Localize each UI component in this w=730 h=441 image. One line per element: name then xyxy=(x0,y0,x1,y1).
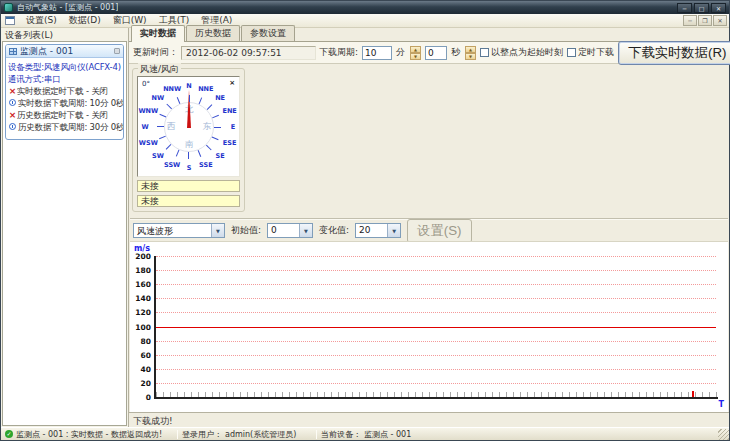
menu-item[interactable]: 数据(D) xyxy=(63,13,107,28)
download-status-strip: 下载成功! xyxy=(129,412,729,427)
wind-compass: 0° × 北 南 西 东 NNNENEENEEESESESSESSSWSWWSW… xyxy=(137,76,240,177)
waveform-select[interactable]: 风速波形 ▼ xyxy=(133,223,225,238)
device-info-row: ×历史数据定时下载 - 关闭 xyxy=(8,109,121,121)
menu-item[interactable]: 设置(S) xyxy=(20,13,63,28)
gridline-120 xyxy=(156,312,716,313)
tab[interactable]: 历史数据 xyxy=(186,25,240,41)
initial-value-select[interactable]: 0 ▼ xyxy=(267,223,313,238)
compass-point-ESE: ESE xyxy=(223,139,237,146)
timed-download-checkbox[interactable] xyxy=(567,48,576,57)
initial-value-label: 初始值: xyxy=(231,224,261,237)
minutes-spinner[interactable]: ▲▼ xyxy=(410,46,421,60)
compass-tick xyxy=(166,104,172,110)
chevron-down-icon[interactable]: ▼ xyxy=(387,224,400,237)
compass-point-SSE: SSE xyxy=(199,161,213,168)
y-tick-label: 40 xyxy=(141,364,151,373)
chart-controls: 风速波形 ▼ 初始值: 0 ▼ 变化值: 20 ▼ 设置(S) xyxy=(129,220,729,241)
wind-group-title: 风速/风向 xyxy=(138,63,181,76)
compass-tick xyxy=(176,150,180,157)
clock-icon xyxy=(9,99,16,106)
device-node[interactable]: 监测点 - 001 设备类型:风速风向仪(ACFX-4)通讯方式:串口×实时数据… xyxy=(5,44,124,140)
plot-area: T 020406080100120140160180200 xyxy=(154,256,718,399)
mdi-close-button[interactable]: ✕ xyxy=(713,15,727,26)
y-tick-label: 100 xyxy=(135,322,151,331)
compass-point-S: S xyxy=(187,165,192,172)
gridline-20 xyxy=(156,383,716,384)
login-user-label: 登录用户： xyxy=(182,429,222,440)
compass-tick xyxy=(214,127,221,128)
window-title: 自动气象站 - [监测点 - 001] xyxy=(17,2,118,13)
spin-down-icon[interactable]: ▼ xyxy=(465,53,476,60)
statusbar-message: 监测点 - 001 : 实时数据 - 数据返回成功! xyxy=(16,429,162,440)
change-value-select[interactable]: 20 ▼ xyxy=(355,223,401,238)
wind-direction-field: 未接 xyxy=(137,195,240,207)
start-on-hour-checkbox[interactable] xyxy=(480,48,489,57)
resize-grip[interactable] xyxy=(718,429,729,440)
maximize-button[interactable]: □ xyxy=(694,3,709,13)
device-info-text: 历史数据定时下载 - 关闭 xyxy=(17,109,108,121)
compass-tick xyxy=(212,115,219,119)
gridline-40 xyxy=(156,369,716,370)
change-value: 20 xyxy=(356,224,387,237)
spin-up-icon[interactable]: ▲ xyxy=(465,46,476,53)
time-cursor-mark xyxy=(692,391,694,397)
update-time-value: 2012-06-02 09:57:51 xyxy=(181,46,316,60)
current-device-label: 当前设备： xyxy=(321,429,361,440)
compass-west-char: 西 xyxy=(167,121,176,133)
compass-point-SW: SW xyxy=(152,152,164,159)
gridline-180 xyxy=(156,270,716,271)
device-node-header[interactable]: 监测点 - 001 xyxy=(6,45,123,58)
mdi-window-controls: ─ ❐ ✕ xyxy=(683,15,727,26)
compass-tick xyxy=(157,126,164,127)
timed-download-checkbox-group[interactable]: 定时下载 xyxy=(567,46,614,59)
seconds-input[interactable] xyxy=(425,46,447,60)
content-area: 实时数据历史数据参数设置 更新时间： 2012-06-02 09:57:51 下… xyxy=(129,28,729,427)
device-info-text: 实时数据下载周期: 10分 0秒 xyxy=(18,97,124,109)
gridline-60 xyxy=(156,355,716,356)
window-controls: ─ □ ✕ xyxy=(677,3,726,13)
compass-corner-marker: × xyxy=(229,79,235,87)
compass-south-char: 南 xyxy=(185,139,194,151)
statusbar-message-segment: ✓ 监测点 - 001 : 实时数据 - 数据返回成功! xyxy=(1,429,177,440)
current-device-value: 监测点 - 001 xyxy=(364,429,411,440)
chevron-down-icon[interactable]: ▼ xyxy=(211,224,224,237)
mdi-minimize-button[interactable]: ─ xyxy=(683,15,697,26)
compass-tick xyxy=(159,136,166,140)
compass-point-NW: NW xyxy=(152,95,165,102)
settings-button[interactable]: 设置(S) xyxy=(407,219,471,243)
status-bar: ✓ 监测点 - 001 : 实时数据 - 数据返回成功! 登录用户：admin(… xyxy=(1,427,729,440)
mdi-restore-button[interactable]: ❐ xyxy=(698,15,712,26)
minutes-unit-label: 分 xyxy=(396,46,405,59)
timed-download-label: 定时下载 xyxy=(578,46,614,59)
gridline-80 xyxy=(156,341,716,342)
y-tick-label: 180 xyxy=(135,266,151,275)
minimize-button[interactable]: ─ xyxy=(677,3,692,13)
seconds-spinner[interactable]: ▲▼ xyxy=(465,46,476,60)
close-button[interactable]: ✕ xyxy=(711,3,726,13)
start-on-hour-checkbox-group[interactable]: 以整点为起始时刻 xyxy=(480,46,563,59)
y-tick-label: 20 xyxy=(141,378,151,387)
device-list-title: 设备列表(L) xyxy=(1,28,128,41)
spin-up-icon[interactable]: ▲ xyxy=(410,46,421,53)
change-value-label: 变化值: xyxy=(319,224,349,237)
y-tick-label: 160 xyxy=(135,280,151,289)
download-settings: 下载周期: 分 ▲▼ 秒 ▲▼ 以整点为起始时刻 定时下载 下载实时 xyxy=(319,41,730,65)
chevron-down-icon[interactable]: ▼ xyxy=(299,224,312,237)
gridline-100 xyxy=(156,327,716,328)
tab[interactable]: 参数设置 xyxy=(241,25,295,41)
tab[interactable]: 实时数据 xyxy=(131,25,185,42)
spin-down-icon[interactable]: ▼ xyxy=(410,53,421,60)
y-tick-label: 60 xyxy=(141,350,151,359)
device-list-body: 监测点 - 001 设备类型:风速风向仪(ACFX-4)通讯方式:串口×实时数据… xyxy=(2,41,127,426)
download-realtime-button[interactable]: 下载实时数据(R) xyxy=(618,41,730,65)
compass-point-NNE: NNE xyxy=(198,86,213,93)
pin-icon[interactable] xyxy=(114,48,120,54)
login-user-segment: 登录用户：admin(系统管理员) xyxy=(178,429,316,440)
y-tick-label: 140 xyxy=(135,294,151,303)
compass-point-W: W xyxy=(141,124,148,131)
initial-value: 0 xyxy=(268,224,299,237)
wind-speed-field: 未接 xyxy=(137,180,240,192)
compass-point-SE: SE xyxy=(216,152,225,159)
device-info-text: 通讯方式:串口 xyxy=(8,73,60,85)
minutes-input[interactable] xyxy=(362,46,392,60)
